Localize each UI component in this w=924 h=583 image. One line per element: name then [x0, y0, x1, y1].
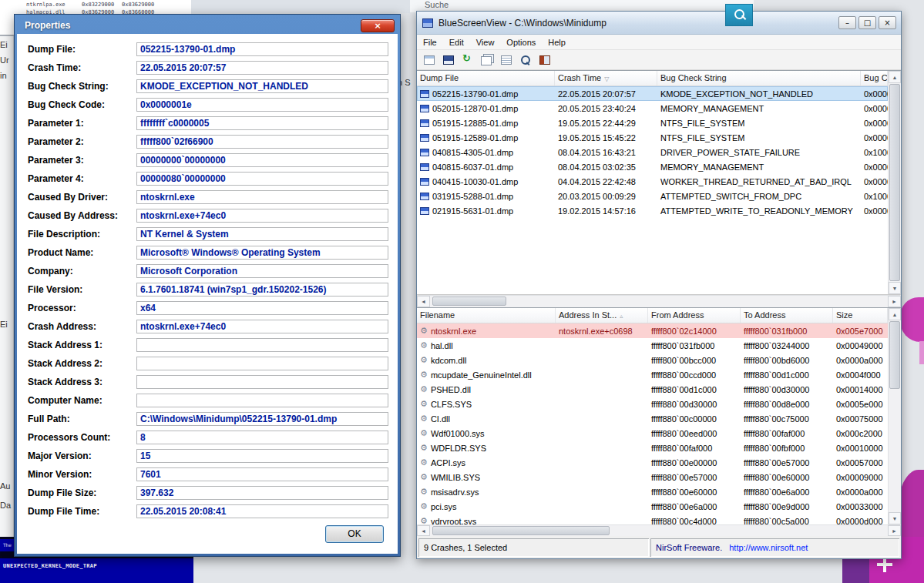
- driver-row[interactable]: ⚙mcupdate_GenuineIntel.dllfffff880`00ccd…: [417, 367, 888, 382]
- property-value-field[interactable]: 8: [136, 431, 388, 444]
- column-header-filename[interactable]: Filename: [417, 308, 556, 323]
- scrollbar-thumb[interactable]: [432, 297, 506, 306]
- property-value-field[interactable]: 6.1.7601.18741 (win7sp1_gdr.150202-1526): [136, 283, 388, 297]
- column-header-crash-time[interactable]: Crash Time▽: [555, 71, 657, 85]
- driver-row[interactable]: ⚙WDFLDR.SYSfffff880`00faf000fffff880`00f…: [417, 441, 888, 455]
- search-button[interactable]: [725, 4, 753, 26]
- property-value-field[interactable]: [136, 338, 388, 352]
- menu-item-edit[interactable]: Edit: [443, 35, 470, 49]
- property-value-field[interactable]: 397.632: [136, 486, 388, 500]
- driver-row[interactable]: ⚙pci.sysfffff880`00e6a000fffff880`00e9d0…: [417, 499, 888, 514]
- vertical-scrollbar[interactable]: ▲ ▼: [888, 71, 901, 294]
- advanced-options-button[interactable]: [421, 52, 438, 68]
- save-button[interactable]: [440, 52, 457, 68]
- property-value-field[interactable]: C:\Windows\Minidump\052215-13790-01.dmp: [136, 412, 388, 426]
- scrollbar-thumb[interactable]: [889, 321, 900, 389]
- property-value-field[interactable]: [136, 375, 388, 389]
- copy-button[interactable]: [479, 52, 496, 68]
- address-in-stack-cell: [556, 338, 648, 353]
- property-value-field[interactable]: ntoskrnl.exe+74ec0: [136, 209, 388, 223]
- driver-row[interactable]: ⚙CLFS.SYSfffff880`00d30000fffff880`00d8e…: [417, 397, 888, 411]
- dump-file-row[interactable]: 040815-6037-01.dmp08.04.2015 03:02:35MEM…: [417, 159, 888, 174]
- property-value-field[interactable]: x64: [136, 301, 388, 315]
- minimize-button[interactable]: –: [838, 16, 856, 29]
- column-header-dump-file[interactable]: Dump File: [417, 71, 555, 85]
- dialog-close-button[interactable]: ×: [361, 19, 395, 32]
- property-value-field[interactable]: 00000000`00000000: [136, 153, 388, 167]
- property-value-field[interactable]: ntoskrnl.exe: [136, 190, 388, 204]
- dump-file-row[interactable]: 031915-5288-01.dmp20.03.2015 00:09:29ATT…: [417, 189, 888, 203]
- driver-row[interactable]: ⚙Wdf01000.sysfffff880`00eed000fffff880`0…: [417, 426, 888, 441]
- dump-file-row[interactable]: 052215-13790-01.dmp22.05.2015 20:07:57KM…: [417, 86, 888, 101]
- scrollbar-thumb[interactable]: [432, 526, 610, 535]
- driver-row[interactable]: ⚙PSHED.dllfffff880`00d1c000fffff880`00d3…: [417, 382, 888, 397]
- property-value-field[interactable]: fffff800`02f66900: [136, 135, 388, 149]
- property-value-field[interactable]: Microsoft Corporation: [136, 264, 388, 278]
- column-header-size[interactable]: Size: [833, 308, 888, 323]
- scroll-down-button[interactable]: ▼: [889, 282, 901, 294]
- scroll-left-button[interactable]: ◄: [417, 525, 430, 536]
- menu-item-view[interactable]: View: [470, 35, 501, 49]
- driver-row[interactable]: ⚙ntoskrnl.exentoskrnl.exe+c0698fffff800`…: [417, 323, 888, 338]
- driver-row[interactable]: ⚙hal.dllfffff800`031fb000fffff800`032440…: [417, 338, 888, 353]
- scrollbar-thumb[interactable]: [889, 84, 900, 281]
- decorative-shape: [919, 341, 924, 364]
- dump-file-row[interactable]: 051915-12885-01.dmp19.05.2015 22:44:29NT…: [417, 116, 888, 130]
- driver-row[interactable]: ⚙msisadrv.sysfffff880`00e60000fffff880`0…: [417, 484, 888, 499]
- property-value-field[interactable]: 052215-13790-01.dmp: [136, 42, 388, 56]
- scroll-down-button[interactable]: ▼: [889, 512, 901, 524]
- scroll-up-button[interactable]: ▲: [889, 71, 901, 83]
- dump-file-row[interactable]: 040415-10030-01.dmp04.04.2015 22:42:48WO…: [417, 174, 888, 189]
- close-button[interactable]: ×: [879, 16, 896, 29]
- menu-item-options[interactable]: Options: [500, 35, 542, 49]
- driver-row[interactable]: ⚙WMILIB.SYSfffff880`00e57000fffff880`00e…: [417, 470, 888, 484]
- dump-file-row[interactable]: 052015-12870-01.dmp20.05.2015 23:40:24ME…: [417, 101, 888, 116]
- dump-file-row[interactable]: 051915-12589-01.dmp19.05.2015 15:45:22NT…: [417, 130, 888, 145]
- property-value-field[interactable]: ntoskrnl.exe+74ec0: [136, 320, 388, 333]
- property-value-field[interactable]: 00000080`00000000: [136, 172, 388, 186]
- scroll-right-button[interactable]: ►: [888, 525, 901, 536]
- driver-row[interactable]: ⚙CI.dllfffff880`00c00000fffff880`00c7500…: [417, 411, 888, 426]
- property-value-field[interactable]: 0x0000001e: [136, 98, 388, 112]
- size-cell: 0x0005e000: [833, 397, 888, 411]
- vertical-scrollbar[interactable]: ▲ ▼: [888, 308, 901, 524]
- menu-item-help[interactable]: Help: [542, 35, 572, 49]
- horizontal-scrollbar[interactable]: ◄ ►: [417, 295, 901, 307]
- nirsoft-link[interactable]: http://www.nirsoft.net: [729, 543, 808, 552]
- ok-button[interactable]: OK: [325, 525, 384, 543]
- property-value-field[interactable]: Microsoft® Windows® Operating System: [136, 246, 388, 260]
- scroll-right-button[interactable]: ►: [888, 296, 901, 307]
- properties-button[interactable]: [498, 52, 515, 68]
- column-header-bug-check-code[interactable]: Bug Check Code: [861, 71, 888, 85]
- property-value-field[interactable]: NT Kernel & System: [136, 227, 388, 241]
- exit-button[interactable]: [536, 52, 553, 68]
- driver-row[interactable]: ⚙vdrvroot.sysfffff880`00c4d000fffff880`0…: [417, 514, 888, 524]
- column-header-from-address[interactable]: From Address: [648, 308, 741, 323]
- scroll-left-button[interactable]: ◄: [417, 296, 430, 307]
- bug-check-code-cell: 0x10000: [861, 145, 888, 159]
- property-value-field[interactable]: 22.05.2015 20:07:57: [136, 61, 388, 75]
- column-header-address-in-st[interactable]: Address In St...▵: [556, 308, 648, 323]
- column-header-bug-check-string[interactable]: Bug Check String: [657, 71, 861, 85]
- maximize-button[interactable]: □: [858, 16, 876, 29]
- driver-row[interactable]: ⚙kdcom.dllfffff800`00bcc000fffff800`00bd…: [417, 353, 888, 367]
- property-value-field[interactable]: 15: [136, 449, 388, 463]
- property-value-field[interactable]: [136, 394, 388, 407]
- menu-item-file[interactable]: File: [417, 35, 443, 49]
- dump-file-row[interactable]: 021915-5631-01.dmp19.02.2015 14:57:16ATT…: [417, 203, 888, 218]
- property-value-field[interactable]: 7601: [136, 467, 388, 481]
- property-value-field[interactable]: [136, 357, 388, 370]
- property-value-field[interactable]: 22.05.2015 20:08:41: [136, 504, 388, 518]
- crash-time-cell: 20.05.2015 23:40:24: [555, 101, 657, 116]
- title-bar[interactable]: BlueScreenView - C:\Windows\Minidump – □…: [417, 12, 901, 35]
- property-value-field[interactable]: KMODE_EXCEPTION_NOT_HANDLED: [136, 79, 388, 93]
- dump-file-row[interactable]: 040815-4305-01.dmp08.04.2015 16:43:21DRI…: [417, 145, 888, 159]
- column-header-to-address[interactable]: To Address: [741, 308, 833, 323]
- driver-row[interactable]: ⚙ACPI.sysfffff880`00e00000fffff880`00e57…: [417, 455, 888, 470]
- dialog-title-bar[interactable]: Properties ×: [17, 17, 398, 34]
- scroll-up-button[interactable]: ▲: [889, 308, 901, 320]
- find-button[interactable]: [517, 52, 534, 68]
- horizontal-scrollbar[interactable]: ◄ ►: [417, 524, 901, 536]
- property-value-field[interactable]: ffffffff`c0000005: [136, 116, 388, 130]
- refresh-button[interactable]: [459, 52, 476, 68]
